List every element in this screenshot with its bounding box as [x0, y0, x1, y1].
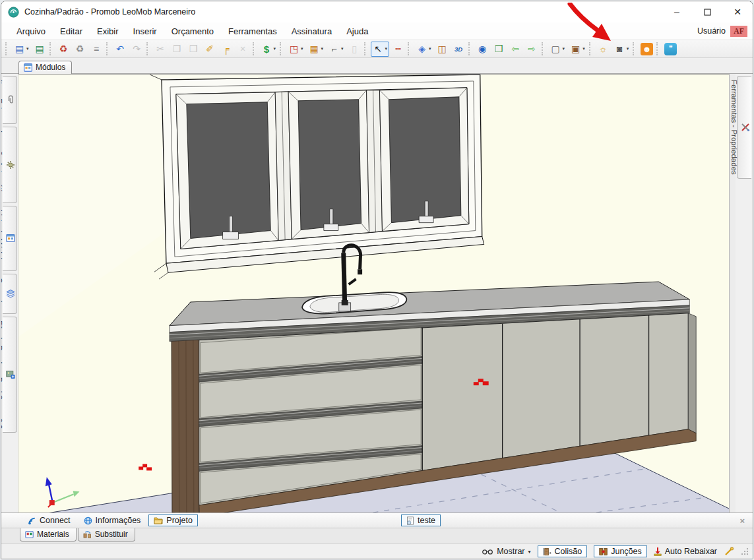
view-textured-button[interactable]: ▣▾: [568, 42, 587, 57]
budget-dropdown[interactable]: ▾: [274, 46, 276, 51]
save-button[interactable]: ▤▾: [12, 42, 31, 57]
select-cursor-dropdown[interactable]: ▾: [385, 46, 388, 51]
undo-button[interactable]: ↶: [113, 42, 128, 57]
snapshot-camera-icon: ◙: [613, 43, 626, 55]
lighting-icon: ☼: [597, 43, 610, 55]
substituir-label: Substituir: [95, 530, 128, 539]
minimize-button[interactable]: –: [662, 1, 692, 22]
render-queue-icon: [6, 370, 15, 379]
mostrar-caret-icon: ▾: [528, 549, 531, 555]
wand-icon[interactable]: [724, 547, 734, 556]
title-bar: Cozinha/Padrão - Promob LeoMob Marceneir…: [1, 1, 753, 22]
snapshot-camera-button[interactable]: ◙▾: [612, 42, 631, 57]
panel-close-button[interactable]: ×: [737, 516, 747, 526]
layers-button[interactable]: ◈▾: [414, 42, 433, 57]
juncoes-button[interactable]: Junções: [594, 545, 647, 557]
menu-assinatura[interactable]: Assinatura: [284, 24, 339, 38]
save-as-button[interactable]: ▤: [32, 42, 47, 57]
wall-path-button[interactable]: ⌐▾: [327, 42, 346, 57]
mostrar-dropdown[interactable]: Mostrar ▾: [482, 547, 530, 556]
redo-icon: ↷: [131, 43, 143, 55]
dock-tab-lista-de-modulos[interactable]: Lista de Módulos: [3, 206, 17, 271]
import-project-button[interactable]: ♻: [56, 42, 71, 57]
save-dropdown[interactable]: ▾: [26, 46, 29, 51]
nav-forward-icon: ⇨: [526, 43, 538, 55]
view-3d-button[interactable]: 3D: [451, 42, 466, 57]
toolbar-separator: [408, 42, 411, 55]
measure-icon: ┅: [392, 43, 404, 55]
environment-button[interactable]: ◳▾: [286, 42, 305, 57]
toolbar-separator: [542, 42, 545, 55]
paint-roller-button[interactable]: ╒: [219, 42, 234, 57]
nav-forward-button[interactable]: ⇨: [524, 42, 540, 57]
redo-button: ↷: [129, 42, 144, 57]
dock-tab-ferramentas-propriedades[interactable]: Ferramentas - Propriedades: [737, 76, 751, 179]
replace-icon: [83, 530, 92, 538]
dock-tab-label: Ferramentas - Propriedades: [730, 80, 738, 175]
menu-ferramentas[interactable]: Ferramentas: [221, 24, 284, 38]
menu-arquivo[interactable]: Arquivo: [9, 24, 53, 38]
menu-inserir[interactable]: Inserir: [126, 24, 164, 38]
resize-grip[interactable]: [741, 547, 749, 555]
view-textured-dropdown[interactable]: ▾: [582, 46, 585, 51]
document-tab-teste[interactable]: teste: [401, 514, 441, 526]
budget-button[interactable]: $▾: [259, 42, 278, 57]
close-button[interactable]: ✕: [722, 1, 753, 22]
build-walls-dropdown[interactable]: ▾: [321, 46, 324, 51]
juncoes-label: Junções: [611, 547, 642, 556]
junctions-icon: [599, 547, 608, 556]
print-button[interactable]: ≡: [89, 42, 104, 57]
closet-button: ▯: [347, 42, 362, 57]
view-wireframe-button[interactable]: ▢▾: [548, 42, 567, 57]
menu-ajuda[interactable]: Ajuda: [339, 24, 375, 38]
informacoes-button[interactable]: Informações: [79, 514, 146, 526]
dock-tab-itens-extras[interactable]: Itens Extras: [3, 76, 17, 124]
chat-button[interactable]: ❞: [663, 42, 678, 57]
door-dimension-icon: ◫: [436, 43, 449, 55]
menu-orcamento[interactable]: Orçamento: [164, 24, 221, 38]
maximize-button[interactable]: [692, 1, 722, 22]
tab-modulos[interactable]: Módulos: [18, 61, 72, 74]
colisao-button[interactable]: Colisão: [538, 545, 588, 557]
build-walls-button[interactable]: ▦▾: [307, 42, 326, 57]
closet-icon: ▯: [348, 43, 361, 55]
3d-scene: [18, 75, 729, 513]
main-toolbar: ▤▾▤♻♻≡↶↷✂❐❒✐╒×$▾◳▾▦▾⌐▾▯↖▾┅◈▾◫3D◉❒⇦⇨▢▾▣▾☼…: [1, 40, 753, 58]
export-project-button[interactable]: ♻: [73, 42, 88, 57]
snapshot-camera-dropdown[interactable]: ▾: [627, 46, 629, 51]
measure-button[interactable]: ┅: [391, 42, 406, 57]
select-cursor-button[interactable]: ↖▾: [371, 42, 390, 57]
menu-container: ArquivoEditarExibirInserirOrçamentoFerra…: [9, 24, 375, 38]
view-textured-icon: ▣: [569, 43, 582, 55]
insert-module-button[interactable]: ❒: [491, 42, 507, 57]
glasses-icon: [482, 548, 493, 555]
dock-tab-fila-de-render[interactable]: Fila de Render - Real Scene 2.0: [3, 317, 17, 433]
toolbar-separator: [146, 42, 150, 55]
tab-modulos-label: Módulos: [36, 63, 65, 72]
toolbar-separator: [253, 42, 256, 55]
projeto-button[interactable]: Projeto: [148, 514, 198, 526]
orbit-view-button[interactable]: ◉: [475, 42, 490, 57]
dock-tab-insercao-automatica[interactable]: Inserção Automática: [3, 127, 17, 203]
lighting-button[interactable]: ☼: [596, 42, 611, 57]
paste-icon: ❒: [187, 43, 200, 55]
paint-brush-button[interactable]: ✐: [203, 42, 218, 57]
user-avatar-badge[interactable]: AF: [730, 26, 747, 37]
menu-exibir[interactable]: Exibir: [90, 24, 126, 38]
layers-dropdown[interactable]: ▾: [429, 46, 431, 51]
nav-back-button[interactable]: ⇦: [508, 42, 523, 57]
wall-path-dropdown[interactable]: ▾: [341, 46, 344, 51]
connect-button[interactable]: Connect: [22, 514, 76, 526]
3d-viewport[interactable]: [18, 74, 729, 513]
user-profile-button[interactable]: ☻: [639, 42, 654, 57]
environment-dropdown[interactable]: ▾: [301, 46, 303, 51]
door-dimension-button[interactable]: ◫: [435, 42, 450, 57]
menu-editar[interactable]: Editar: [53, 24, 90, 38]
auto-rebaixar-toggle[interactable]: Auto Rebaixar: [654, 547, 717, 556]
dock-tab-camadas[interactable]: Camadas: [3, 274, 17, 314]
tab-substituir[interactable]: Substituir: [78, 528, 135, 542]
tab-materiais[interactable]: Materiais: [20, 528, 77, 542]
view-wireframe-icon: ▢: [550, 43, 562, 55]
toolbar-separator: [468, 42, 472, 55]
view-wireframe-dropdown[interactable]: ▾: [563, 46, 565, 51]
